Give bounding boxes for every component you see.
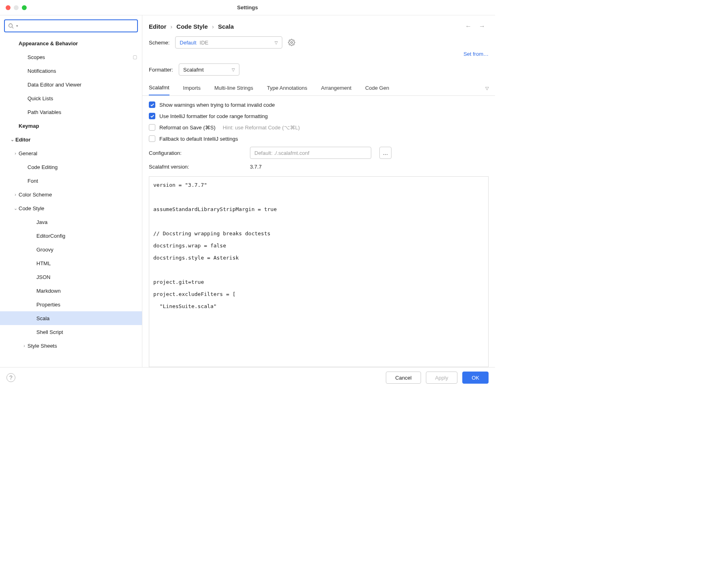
sidebar-item-label: Scala — [36, 315, 137, 321]
sidebar-item-html[interactable]: HTML — [0, 256, 142, 270]
show-warnings-checkbox-row[interactable]: Show warnings when trying to format inva… — [149, 101, 489, 108]
caret-right-icon: › — [12, 151, 19, 156]
sidebar-item-editorconfig[interactable]: EditorConfig — [0, 229, 142, 243]
sidebar-item-color-scheme[interactable]: ›Color Scheme — [0, 188, 142, 201]
sidebar-item-java[interactable]: Java — [0, 215, 142, 229]
sidebar-item-appearance-behavior[interactable]: Appearance & Behavior — [0, 36, 142, 50]
svg-point-2 — [291, 42, 293, 44]
use-intellij-checkbox-row[interactable]: Use IntelliJ formatter for code range fo… — [149, 113, 489, 119]
reformat-on-save-checkbox-row[interactable]: Reformat on Save (⌘S) Hint: use Reformat… — [149, 124, 489, 131]
svg-point-0 — [9, 24, 13, 27]
breadcrumb-item: Code Style — [176, 23, 208, 30]
search-input[interactable] — [21, 23, 134, 29]
cancel-button[interactable]: Cancel — [386, 372, 421, 384]
reformat-on-save-label: Reformat on Save (⌘S) — [159, 125, 216, 131]
configuration-label: Configuration: — [149, 150, 242, 156]
sidebar-item-data-editor-and-viewer[interactable]: Data Editor and Viewer — [0, 78, 142, 91]
sidebar-item-code-editing[interactable]: Code Editing — [0, 160, 142, 174]
settings-tree: Appearance & BehaviorScopes▢Notification… — [0, 35, 142, 367]
browse-button[interactable]: … — [379, 147, 392, 159]
sidebar-item-label: Data Editor and Viewer — [28, 82, 137, 88]
chevron-right-icon: › — [212, 23, 214, 30]
sidebar-item-label: Editor — [15, 137, 137, 143]
chevron-down-icon: ▽ — [232, 68, 235, 72]
fallback-checkbox-row[interactable]: Fallback to default IntelliJ settings — [149, 135, 489, 142]
checkbox-checked-icon — [149, 113, 155, 119]
reformat-hint: Hint: use Reformat Code (⌥⌘L) — [223, 125, 300, 131]
ok-button[interactable]: OK — [462, 372, 489, 384]
breadcrumb: Editor › Code Style › Scala — [149, 23, 234, 30]
sidebar-item-shell-script[interactable]: Shell Script — [0, 325, 142, 339]
sidebar-item-label: Properties — [36, 302, 137, 308]
chevron-right-icon: › — [170, 23, 172, 30]
sidebar-item-style-sheets[interactable]: ›Style Sheets — [0, 339, 142, 353]
sidebar-item-label: General — [19, 150, 137, 156]
scalafmt-version-label: Scalafmt version: — [149, 164, 242, 170]
window-title: Settings — [0, 4, 495, 11]
sidebar-item-code-style[interactable]: ⌄Code Style — [0, 201, 142, 215]
dialog-footer: ? Cancel Apply OK — [0, 367, 495, 388]
tab-scalafmt[interactable]: Scalafmt — [149, 81, 169, 96]
caret-right-icon: › — [12, 192, 19, 197]
dropdown-caret-icon: ▾ — [16, 24, 18, 28]
formatter-tabs: ScalafmtImportsMulti-line StringsType An… — [142, 78, 495, 96]
formatter-select[interactable]: Scalafmt ▽ — [179, 63, 239, 76]
fallback-label: Fallback to default IntelliJ settings — [159, 136, 238, 142]
sidebar-item-keymap[interactable]: Keymap — [0, 119, 142, 133]
scalafmt-config-preview[interactable]: version = "3.7.7" assumeStandardLibraryS… — [149, 176, 489, 367]
help-button[interactable]: ? — [6, 373, 15, 382]
tab-imports[interactable]: Imports — [183, 82, 201, 95]
ellipsis-icon: … — [383, 150, 388, 156]
settings-search[interactable]: ▾ — [4, 19, 138, 32]
settings-main-panel: Editor › Code Style › Scala ← → Scheme: … — [142, 15, 495, 367]
sidebar-item-markdown[interactable]: Markdown — [0, 284, 142, 298]
sidebar-item-label: Font — [28, 178, 137, 184]
caret-down-icon: ⌄ — [12, 206, 19, 211]
sidebar-item-label: Shell Script — [36, 329, 137, 335]
sidebar-item-scala[interactable]: Scala — [0, 311, 142, 325]
scheme-actions-button[interactable] — [288, 39, 295, 46]
apply-button[interactable]: Apply — [426, 372, 458, 384]
sidebar-item-scopes[interactable]: Scopes▢ — [0, 50, 142, 64]
sidebar-item-label: HTML — [36, 260, 137, 266]
sidebar-item-editor[interactable]: ⌄Editor — [0, 133, 142, 146]
sidebar-item-label: Code Style — [19, 205, 137, 211]
sidebar-item-font[interactable]: Font — [0, 174, 142, 188]
sidebar-item-groovy[interactable]: Groovy — [0, 243, 142, 256]
tab-arrangement[interactable]: Arrangement — [321, 82, 351, 95]
use-intellij-label: Use IntelliJ formatter for code range fo… — [159, 113, 268, 119]
sidebar-item-label: Style Sheets — [28, 343, 137, 349]
chevron-down-icon: ▽ — [275, 40, 278, 45]
show-warnings-label: Show warnings when trying to format inva… — [159, 102, 275, 108]
sidebar-item-label: Appearance & Behavior — [19, 40, 137, 46]
checkbox-unchecked-icon — [149, 124, 155, 131]
checkbox-unchecked-icon — [149, 135, 155, 142]
configuration-placeholder: Default: ./.scalafmt.conf — [254, 150, 309, 156]
sidebar-item-json[interactable]: JSON — [0, 270, 142, 284]
tabs-more-button[interactable]: ▽ — [485, 86, 489, 91]
tab-type-annotations[interactable]: Type Annotations — [267, 82, 307, 95]
sidebar-item-general[interactable]: ›General — [0, 146, 142, 160]
scheme-label: Scheme: — [149, 40, 169, 46]
sidebar-item-quick-lists[interactable]: Quick Lists — [0, 91, 142, 105]
formatter-value: Scalafmt — [183, 67, 204, 73]
scalafmt-version-value: 3.7.7 — [250, 164, 262, 170]
breadcrumb-item: Scala — [218, 23, 234, 30]
sidebar-item-notifications[interactable]: Notifications — [0, 64, 142, 78]
nav-forward-button[interactable]: → — [479, 23, 485, 30]
tab-code-gen[interactable]: Code Gen — [365, 82, 389, 95]
nav-back-button[interactable]: ← — [465, 23, 472, 30]
scheme-tag: IDE — [200, 40, 209, 46]
checkbox-checked-icon — [149, 101, 155, 108]
settings-sidebar: ▾ Appearance & BehaviorScopes▢Notificati… — [0, 15, 142, 367]
close-window-button[interactable] — [6, 5, 11, 10]
sidebar-item-path-variables[interactable]: Path Variables — [0, 105, 142, 119]
minimize-window-button[interactable] — [14, 5, 19, 10]
configuration-input[interactable]: Default: ./.scalafmt.conf — [250, 147, 371, 159]
window-controls — [6, 5, 27, 10]
set-from-link[interactable]: Set from… — [463, 51, 489, 57]
tab-multi-line-strings[interactable]: Multi-line Strings — [214, 82, 253, 95]
maximize-window-button[interactable] — [22, 5, 27, 10]
scheme-select[interactable]: Default IDE ▽ — [175, 36, 282, 49]
sidebar-item-properties[interactable]: Properties — [0, 298, 142, 311]
